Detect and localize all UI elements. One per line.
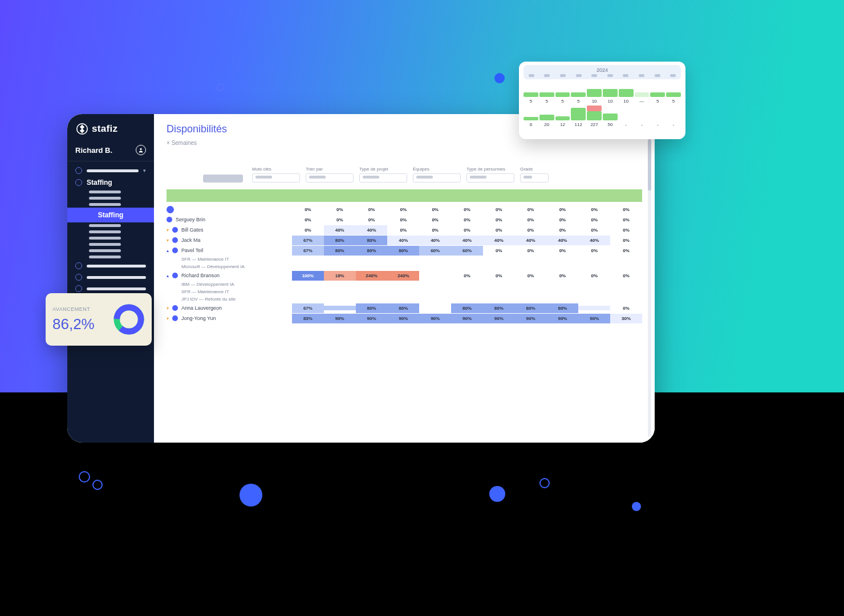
nav-placeholder xyxy=(89,224,121,227)
placeholder-text xyxy=(470,176,486,179)
filter-project-type[interactable]: Type de projet xyxy=(359,167,407,183)
filter-label: Équipes xyxy=(413,167,461,172)
filter-grade[interactable]: Grade xyxy=(520,167,549,183)
nav-sub[interactable] xyxy=(67,189,154,195)
project-sub-row[interactable]: SFR — Maintenance IT xyxy=(167,288,642,295)
value: 227 xyxy=(587,122,602,127)
cell: 90% xyxy=(515,314,547,323)
nav-sub[interactable] xyxy=(67,195,154,201)
filter-input[interactable] xyxy=(359,173,407,183)
cell: 240% xyxy=(356,271,388,281)
nav-item[interactable]: ▾ xyxy=(67,165,154,176)
cell: 40% xyxy=(451,236,483,245)
table-row[interactable]: ▴Richard Branson 100% 18% 240% 240% 0% 0… xyxy=(167,270,642,281)
expand-toggle-icon[interactable]: ▾ xyxy=(167,316,169,321)
cell: 0% xyxy=(547,215,579,225)
filter-input[interactable] xyxy=(306,173,354,183)
table-row[interactable]: ▾Anna Lauvergeon 67% 80% 80% 80% 80% 80%… xyxy=(167,303,642,313)
project-sub-row[interactable]: IBM — Développement IA xyxy=(167,281,642,288)
table-row[interactable]: ▾Bill Gates 0% 40% 40% 0% 0% 0% 0% 0% 0%… xyxy=(167,225,642,235)
period-tag-label: Semaines xyxy=(172,140,197,146)
filter-input[interactable] xyxy=(252,173,300,183)
nav-sub[interactable] xyxy=(67,235,154,241)
nav-bullet-icon xyxy=(75,167,82,174)
nav-item[interactable] xyxy=(67,283,154,294)
project-sub-row[interactable]: Microsoft — Développement IA xyxy=(167,263,642,270)
avatar-icon xyxy=(136,145,146,155)
person-name: Anna Lauvergeon xyxy=(181,305,222,311)
nav-item[interactable] xyxy=(67,260,154,271)
value: - xyxy=(635,122,650,127)
cell: 0% xyxy=(610,303,642,313)
table-row[interactable]: 0% 0% 0% 0% 0% 0% 0% 0% 0% 0% 0% xyxy=(167,204,642,214)
filter-placeholder[interactable] xyxy=(203,175,243,183)
table-row[interactable]: Serguey Brin 0% 0% 0% 0% 0% 0% 0% 0% 0% … xyxy=(167,214,642,225)
filter-input[interactable] xyxy=(413,173,461,183)
cell: 80% xyxy=(451,303,483,313)
nav-placeholder xyxy=(87,287,146,290)
project-sub-row[interactable]: SFR — Maintenance IT xyxy=(167,256,642,263)
table-row[interactable]: ▴Pavel Teil 67% 80% 80% 80% 60% 60% 0% 0… xyxy=(167,245,642,256)
bar xyxy=(555,116,570,120)
filter-person-type[interactable]: Type de personnes xyxy=(466,167,514,183)
bar xyxy=(666,92,681,97)
cell: 60% xyxy=(451,246,483,256)
filter-teams[interactable]: Équipes xyxy=(413,167,461,183)
value: 10 xyxy=(587,99,602,104)
nav-sub-staffing-active[interactable]: Staffing xyxy=(67,208,154,222)
table-row[interactable]: ▾Jong-Yong Yun 83% 90% 90% 90% 90% 90% 9… xyxy=(167,313,642,323)
nav-sub[interactable] xyxy=(67,229,154,235)
nav-sub[interactable] xyxy=(67,248,154,254)
decorative-dot xyxy=(494,73,505,83)
filter-input[interactable] xyxy=(520,173,549,183)
filter-input[interactable] xyxy=(466,173,514,183)
cell: 0% xyxy=(578,205,610,214)
nav-bullet-icon xyxy=(75,262,82,269)
cell: 18% xyxy=(324,271,356,281)
cell: 0% xyxy=(483,225,515,235)
table-row[interactable]: ▾Jack Ma 67% 80% 80% 40% 40% 40% 40% 40%… xyxy=(167,235,642,245)
decorative-dot xyxy=(240,484,262,506)
scrollbar-thumb[interactable] xyxy=(648,139,651,191)
filter-row: Mots clés Trier par Type de projet Équip… xyxy=(154,151,655,188)
month-tick xyxy=(639,74,644,77)
bar xyxy=(555,92,570,97)
collapse-toggle-icon[interactable]: ▴ xyxy=(167,273,169,278)
nav-item[interactable] xyxy=(67,271,154,283)
person-avatar-icon xyxy=(172,305,178,311)
nav-sub[interactable] xyxy=(67,241,154,248)
collapse-toggle-icon[interactable]: ▴ xyxy=(167,248,169,253)
nav-sub[interactable] xyxy=(67,254,154,260)
bar xyxy=(571,108,586,120)
period-tag[interactable]: × Semaines xyxy=(154,139,655,151)
cell: 30% xyxy=(610,314,642,323)
filter-label: Trier par xyxy=(306,167,354,172)
person-name: Richard Branson xyxy=(181,273,220,278)
cell: 0% xyxy=(292,225,324,235)
bar xyxy=(619,89,634,97)
user-row[interactable]: Richard B. xyxy=(67,140,154,161)
cell: 90% xyxy=(419,314,451,323)
nav-item-staffing[interactable]: Staffing xyxy=(67,176,154,189)
filter-sort[interactable]: Trier par xyxy=(306,167,354,183)
cell: 240% xyxy=(387,271,419,281)
placeholder-text xyxy=(255,176,272,179)
nav-placeholder xyxy=(87,169,139,172)
expand-toggle-icon[interactable]: ▾ xyxy=(167,228,169,233)
user-name: Richard B. xyxy=(75,146,112,155)
expand-toggle-icon[interactable]: ▾ xyxy=(167,238,169,243)
month-tick xyxy=(560,74,566,77)
nav-sub[interactable] xyxy=(67,222,154,229)
nav-sub[interactable] xyxy=(67,201,154,208)
expand-toggle-icon[interactable]: ▾ xyxy=(167,306,169,311)
filter-keywords[interactable]: Mots clés xyxy=(252,167,300,183)
nav-placeholder xyxy=(89,243,121,246)
cell: 0% xyxy=(610,236,642,245)
nav-placeholder xyxy=(89,256,121,258)
person-avatar-icon xyxy=(167,217,172,222)
brand-name: stafiz xyxy=(92,123,117,135)
scrollbar[interactable] xyxy=(648,139,651,437)
month-tick xyxy=(655,74,660,77)
cell: 0% xyxy=(292,215,324,225)
project-sub-row[interactable]: JPJ IDV — Refonte du site xyxy=(167,295,642,303)
